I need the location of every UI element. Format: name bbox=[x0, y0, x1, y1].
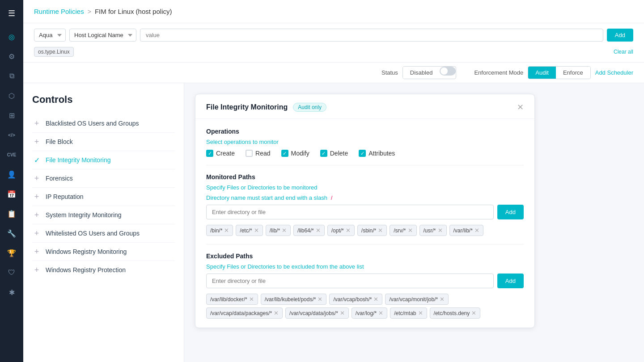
remove-tag-2[interactable]: ✕ bbox=[282, 227, 287, 234]
modify-label: Modify bbox=[291, 150, 309, 157]
op-read[interactable]: Read bbox=[246, 150, 270, 157]
ops-select-text[interactable]: Select operations to monitor bbox=[206, 139, 524, 145]
control-item-blacklisted-os[interactable]: + Blacklisted OS Users and Groups bbox=[32, 114, 175, 133]
remove-tag-7[interactable]: ✕ bbox=[438, 227, 443, 234]
add-scheduler-link[interactable]: Add Scheduler bbox=[595, 69, 633, 76]
hamburger-icon[interactable]: ☰ bbox=[4, 5, 20, 21]
op-attributes[interactable]: Attributes bbox=[359, 150, 395, 157]
switch-thumb bbox=[441, 67, 448, 75]
remove-excl-4[interactable]: ✕ bbox=[274, 310, 279, 316]
remove-excl-5[interactable]: ✕ bbox=[340, 310, 345, 316]
monitored-add-button[interactable]: Add bbox=[497, 205, 524, 219]
remove-excl-7[interactable]: ✕ bbox=[418, 310, 423, 316]
add-icon: + bbox=[32, 265, 41, 274]
control-item-system-integrity[interactable]: + System Integrity Monitoring bbox=[32, 206, 175, 224]
remove-excl-3[interactable]: ✕ bbox=[440, 296, 445, 303]
delete-checkbox[interactable] bbox=[320, 150, 327, 157]
create-checkbox[interactable] bbox=[206, 150, 213, 157]
fim-card: File Integrity Monitoring Audit only ✕ O… bbox=[195, 94, 535, 328]
control-item-win-reg-monitoring[interactable]: + Windows Registry Monitoring bbox=[32, 243, 175, 261]
monitored-tags-row: /bin/* ✕ /etc/* ✕ /lib/* ✕ /lib64/* ✕ /o… bbox=[206, 225, 524, 236]
control-item-whitelisted-os[interactable]: + Whitelisted OS Users and Groups bbox=[32, 224, 175, 243]
tools-icon[interactable]: ✱ bbox=[4, 284, 20, 300]
shield-icon[interactable]: 🛡 bbox=[4, 265, 20, 281]
excluded-hint-row: Specify Files or Directories to be exclu… bbox=[206, 263, 524, 270]
monitored-tag-0: /bin/* ✕ bbox=[206, 225, 233, 236]
monitored-hint-row: Specify Files or Directories to be monit… bbox=[206, 184, 524, 191]
dashboard-icon[interactable]: ◎ bbox=[4, 29, 20, 45]
enforce-button[interactable]: Enforce bbox=[556, 67, 590, 79]
remove-excl-6[interactable]: ✕ bbox=[378, 310, 383, 316]
remove-tag-6[interactable]: ✕ bbox=[408, 227, 413, 234]
control-item-forensics[interactable]: + Forensics bbox=[32, 169, 175, 188]
control-item-file-integrity[interactable]: ✓ File Integrity Monitoring bbox=[32, 151, 175, 169]
read-label: Read bbox=[255, 150, 270, 157]
monitored-tag-8: /var/lib/* ✕ bbox=[449, 225, 483, 236]
remove-excl-2[interactable]: ✕ bbox=[373, 296, 378, 303]
scope-select[interactable]: Aqua bbox=[34, 29, 66, 42]
monitored-tag-3: /lib64/* ✕ bbox=[293, 225, 325, 236]
clear-all-button[interactable]: Clear all bbox=[614, 49, 633, 55]
modify-checkbox[interactable] bbox=[281, 150, 288, 157]
disabled-button[interactable]: Disabled bbox=[403, 67, 440, 79]
status-switch[interactable] bbox=[440, 67, 456, 76]
controls-panel: Controls + Blacklisted OS Users and Grou… bbox=[23, 83, 184, 362]
add-icon: + bbox=[32, 174, 41, 183]
excluded-tag-5: /var/vcap/data/jobs/* ✕ bbox=[285, 307, 349, 319]
monitored-tag-6: /srv/* ✕ bbox=[390, 225, 416, 236]
remove-tag-3[interactable]: ✕ bbox=[316, 227, 321, 234]
operations-row: Create Read Modify Delete bbox=[206, 150, 524, 157]
op-modify[interactable]: Modify bbox=[281, 150, 309, 157]
audit-button[interactable]: Audit bbox=[528, 67, 556, 79]
divider-2 bbox=[206, 244, 524, 244]
excluded-hint-text: Specify Files or Directories to be exclu… bbox=[206, 263, 364, 270]
remove-tag-5[interactable]: ✕ bbox=[378, 227, 383, 234]
users-icon[interactable]: 👤 bbox=[4, 166, 20, 182]
filter-value-input[interactable] bbox=[140, 29, 603, 42]
excluded-tag-3: /var/vcap/monit/job/* ✕ bbox=[385, 294, 449, 305]
divider-1 bbox=[206, 165, 524, 165]
remove-tag-1[interactable]: ✕ bbox=[254, 227, 259, 234]
enforcement-group: Enforcement Mode Audit Enforce Add Sched… bbox=[474, 66, 633, 79]
remove-tag-0[interactable]: ✕ bbox=[224, 227, 229, 234]
status-label: Status bbox=[381, 69, 398, 76]
remove-excl-0[interactable]: ✕ bbox=[249, 296, 254, 303]
fim-title: File Integrity Monitoring bbox=[206, 103, 288, 111]
control-item-file-block[interactable]: + File Block bbox=[32, 133, 175, 151]
grid-icon[interactable]: ⊞ bbox=[4, 107, 20, 123]
close-button[interactable]: ✕ bbox=[517, 102, 524, 112]
control-item-win-reg-protection[interactable]: + Windows Registry Protection bbox=[32, 261, 175, 279]
attributes-checkbox[interactable] bbox=[359, 150, 366, 157]
reports-icon[interactable]: 📋 bbox=[4, 206, 20, 222]
op-create[interactable]: Create bbox=[206, 150, 235, 157]
calendar-icon[interactable]: 📅 bbox=[4, 186, 20, 202]
trophy-icon[interactable]: 🏆 bbox=[4, 245, 20, 261]
cve-icon[interactable]: CVE bbox=[4, 147, 20, 163]
remove-excl-1[interactable]: ✕ bbox=[318, 296, 322, 303]
control-label-blacklisted-os: Blacklisted OS Users and Groups bbox=[46, 120, 139, 127]
code-icon[interactable]: </> bbox=[4, 127, 20, 143]
breadcrumb-runtime-policies[interactable]: Runtime Policies bbox=[34, 8, 84, 15]
wrench-icon[interactable]: 🔧 bbox=[4, 225, 20, 241]
read-checkbox[interactable] bbox=[246, 150, 253, 157]
network-icon[interactable]: ⬡ bbox=[4, 88, 20, 104]
fim-card-body: Operations Select operations to monitor … bbox=[195, 119, 534, 328]
breadcrumb-separator: > bbox=[88, 8, 91, 15]
settings-icon[interactable]: ⚙ bbox=[4, 48, 20, 64]
layers-icon[interactable]: ⧉ bbox=[4, 68, 20, 84]
excluded-add-button[interactable]: Add bbox=[497, 274, 524, 288]
monitored-tag-1: /etc/* ✕ bbox=[236, 225, 263, 236]
remove-excl-8[interactable]: ✕ bbox=[471, 310, 476, 316]
add-filter-button[interactable]: Add bbox=[607, 29, 633, 42]
active-filter-tag: os.type.Linux bbox=[34, 47, 74, 57]
excluded-path-input[interactable] bbox=[206, 274, 494, 288]
remove-tag-4[interactable]: ✕ bbox=[346, 227, 351, 234]
monitored-path-input[interactable] bbox=[206, 205, 494, 219]
op-delete[interactable]: Delete bbox=[320, 150, 348, 157]
remove-tag-8[interactable]: ✕ bbox=[475, 227, 479, 234]
sidebar: ☰ ◎ ⚙ ⧉ ⬡ ⊞ </> CVE 👤 📅 📋 🔧 🏆 🛡 ✱ bbox=[0, 0, 23, 362]
control-label-file-integrity: File Integrity Monitoring bbox=[46, 156, 111, 164]
control-item-ip-reputation[interactable]: + IP Reputation bbox=[32, 188, 175, 206]
monitored-tag-5: /sbin/* ✕ bbox=[357, 225, 387, 236]
filter-type-select[interactable]: Host Logical Name bbox=[69, 29, 136, 42]
